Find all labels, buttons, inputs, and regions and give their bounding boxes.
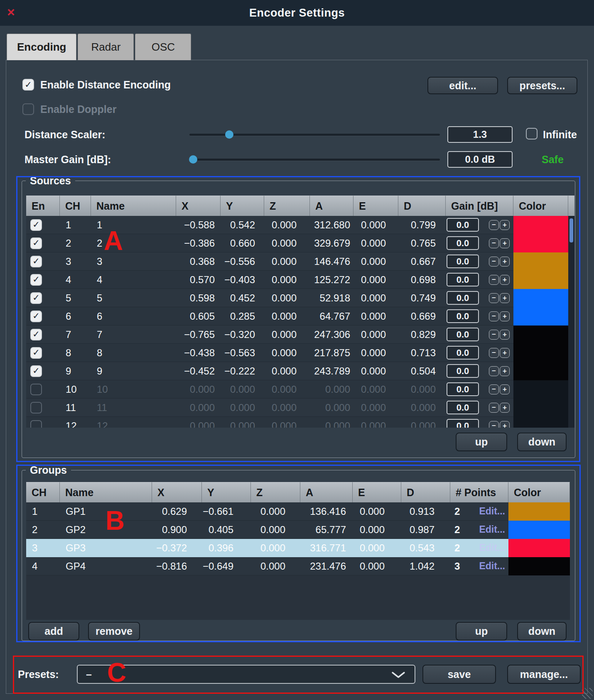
column-header-y[interactable]: Y xyxy=(202,482,251,502)
source-enable-checkbox[interactable] xyxy=(30,402,42,414)
color-swatch[interactable] xyxy=(513,307,568,326)
color-swatch[interactable] xyxy=(513,344,568,362)
column-header-en[interactable]: En xyxy=(26,196,60,216)
sources-up-button[interactable]: up xyxy=(456,433,507,451)
gain-decrement-button[interactable]: − xyxy=(489,293,499,303)
gain-decrement-button[interactable]: − xyxy=(489,275,499,285)
group-color-swatch[interactable] xyxy=(508,539,570,557)
scrollbar-thumb[interactable] xyxy=(569,218,573,242)
source-row[interactable]: ✓550.5980.4520.00052.9180.0000.7490.0−+ xyxy=(26,289,574,307)
gain-decrement-button[interactable]: − xyxy=(489,330,499,340)
master-gain-handle[interactable] xyxy=(189,155,197,164)
remove-group-button[interactable]: remove xyxy=(88,622,140,641)
column-header-points[interactable]: # Points xyxy=(450,482,508,502)
edit-button[interactable]: edit... xyxy=(427,77,498,94)
gain-input[interactable]: 0.0 xyxy=(447,309,479,323)
column-header-d[interactable]: D xyxy=(401,482,450,502)
group-row[interactable]: 3GP3−0.3720.3960.000316.7710.0000.5432Ed… xyxy=(26,539,570,557)
source-row[interactable]: ✓440.570−0.4030.000125.2720.0000.6980.0−… xyxy=(26,271,574,289)
gain-input[interactable]: 0.0 xyxy=(447,291,479,305)
gain-input[interactable]: 0.0 xyxy=(447,255,479,268)
color-swatch[interactable] xyxy=(513,216,568,234)
infinite-checkbox[interactable] xyxy=(526,128,538,140)
gain-increment-button[interactable]: + xyxy=(500,421,510,428)
enable-distance-encoding-checkbox[interactable]: ✓ xyxy=(22,79,34,91)
color-swatch[interactable] xyxy=(513,362,568,380)
enable-doppler-checkbox[interactable] xyxy=(22,103,34,115)
column-header-e[interactable]: E xyxy=(353,196,398,216)
edit-points-link[interactable]: Edit... xyxy=(479,542,505,553)
gain-decrement-button[interactable]: − xyxy=(489,421,499,428)
source-row[interactable]: ✓22−0.3860.6600.000329.6790.0000.7650.0−… xyxy=(26,234,574,252)
gain-input[interactable]: 0.0 xyxy=(447,328,479,341)
gain-increment-button[interactable]: + xyxy=(500,403,510,413)
gain-increment-button[interactable]: + xyxy=(500,366,510,376)
manage-presets-button[interactable]: manage... xyxy=(507,665,581,684)
color-swatch[interactable] xyxy=(513,271,568,289)
distance-scaler-value[interactable]: 1.3 xyxy=(447,126,513,143)
edit-points-link[interactable]: Edit... xyxy=(479,560,505,572)
gain-decrement-button[interactable]: − xyxy=(489,311,499,321)
column-header-ch[interactable]: CH xyxy=(26,482,60,502)
source-row[interactable]: ✓77−0.765−0.3200.000247.3060.0000.8290.0… xyxy=(26,326,574,344)
group-row[interactable]: 1GP10.629−0.6610.000136.4160.0000.9132Ed… xyxy=(26,502,570,521)
source-enable-checkbox[interactable] xyxy=(30,420,42,428)
gain-decrement-button[interactable]: − xyxy=(489,220,499,230)
color-swatch[interactable] xyxy=(513,252,568,271)
source-enable-checkbox[interactable]: ✓ xyxy=(30,219,42,231)
groups-down-button[interactable]: down xyxy=(517,622,567,641)
column-header-color[interactable]: Color xyxy=(513,196,568,216)
source-row[interactable]: ✓660.6050.2850.00064.7670.0000.6690.0−+ xyxy=(26,307,574,326)
edit-points-link[interactable]: Edit... xyxy=(479,524,505,535)
gain-increment-button[interactable]: + xyxy=(500,384,510,394)
source-enable-checkbox[interactable]: ✓ xyxy=(30,274,42,286)
color-swatch[interactable] xyxy=(513,417,568,428)
presets-dropdown[interactable]: – xyxy=(77,665,415,684)
source-enable-checkbox[interactable]: ✓ xyxy=(30,365,42,377)
tab-osc[interactable]: OSC xyxy=(135,34,191,60)
edit-points-link[interactable]: Edit... xyxy=(479,506,505,517)
gain-decrement-button[interactable]: − xyxy=(489,238,499,248)
source-row[interactable]: ✓88−0.438−0.5630.000217.8750.0000.7130.0… xyxy=(26,344,574,362)
group-color-swatch[interactable] xyxy=(508,521,570,539)
column-header-z[interactable]: Z xyxy=(251,482,300,502)
gain-increment-button[interactable]: + xyxy=(500,348,510,358)
column-header-color[interactable]: Color xyxy=(508,482,570,502)
source-enable-checkbox[interactable]: ✓ xyxy=(30,292,42,304)
presets-button[interactable]: presets... xyxy=(507,77,577,94)
color-swatch[interactable] xyxy=(513,399,568,417)
groups-up-button[interactable]: up xyxy=(456,622,507,641)
gain-input[interactable]: 0.0 xyxy=(447,419,479,428)
column-header-a[interactable]: A xyxy=(300,482,353,502)
gain-decrement-button[interactable]: − xyxy=(489,257,499,267)
gain-input[interactable]: 0.0 xyxy=(447,218,479,232)
gain-decrement-button[interactable]: − xyxy=(489,348,499,358)
gain-input[interactable]: 0.0 xyxy=(447,273,479,286)
master-gain-value[interactable]: 0.0 dB xyxy=(447,151,513,168)
resize-grip[interactable] xyxy=(582,688,593,699)
source-row[interactable]: 12120.0000.0000.0000.0000.0000.0000.0−+ xyxy=(26,417,574,428)
group-row[interactable]: 2GP20.9000.4050.00065.7770.0000.9872Edit… xyxy=(26,521,570,539)
color-swatch[interactable] xyxy=(513,380,568,399)
gain-increment-button[interactable]: + xyxy=(500,220,510,230)
column-header-x[interactable]: X xyxy=(152,482,202,502)
gain-decrement-button[interactable]: − xyxy=(489,384,499,394)
column-header-e[interactable]: E xyxy=(353,482,401,502)
source-enable-checkbox[interactable]: ✓ xyxy=(30,329,42,340)
gain-increment-button[interactable]: + xyxy=(500,293,510,303)
gain-input[interactable]: 0.0 xyxy=(447,401,479,414)
column-header-x[interactable]: X xyxy=(176,196,221,216)
source-enable-checkbox[interactable]: ✓ xyxy=(30,237,42,249)
source-row[interactable]: ✓99−0.452−0.2220.000243.7890.0000.5040.0… xyxy=(26,362,574,380)
source-enable-checkbox[interactable]: ✓ xyxy=(30,256,42,267)
source-row[interactable]: 11110.0000.0000.0000.0000.0000.0000.0−+ xyxy=(26,399,574,417)
master-gain-slider[interactable] xyxy=(189,154,440,164)
source-row[interactable]: ✓11−0.5880.5420.000312.6800.0000.7990.0−… xyxy=(26,216,574,234)
column-header-z[interactable]: Z xyxy=(264,196,310,216)
gain-increment-button[interactable]: + xyxy=(500,311,510,321)
distance-scaler-slider[interactable] xyxy=(189,130,440,140)
save-preset-button[interactable]: save xyxy=(422,665,496,684)
sources-down-button[interactable]: down xyxy=(517,433,567,451)
gain-input[interactable]: 0.0 xyxy=(447,382,479,396)
color-swatch[interactable] xyxy=(513,289,568,307)
